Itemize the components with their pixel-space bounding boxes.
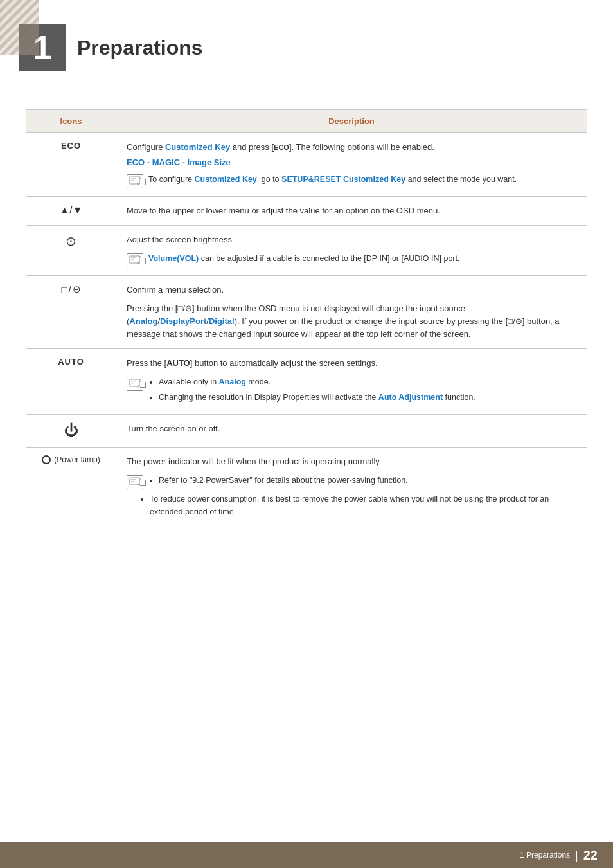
main-table: Icons Description ECO Configure Customiz… [26,109,587,529]
list-item: Changing the resolution in Display Prope… [159,392,475,404]
auto-note-bullets: Available only in Analog mode. Changing … [148,376,475,406]
col-header-description: Description [116,110,587,133]
desc-cell-brightness: Adjust the screen brightness. [116,226,587,276]
desc-cell-auto: Press the [AUTO] button to automatically… [116,348,587,414]
svg-rect-2 [0,0,39,55]
power-lamp-note-bullets: Refer to "9.2 PowerSaver" for details ab… [148,475,408,489]
svg-rect-5 [131,180,134,181]
customized-key-ref: Customized Key [165,142,230,152]
desc-cell-confirm: Confirm a menu selection. Pressing the [… [116,276,587,349]
power-lamp-description: The power indicator will be lit when the… [127,455,576,468]
confirm-icon: □/⊝ [37,284,105,295]
eco-magic-line: ECO - MAGIC - Image Size [127,158,576,167]
list-item: To reduce power consumption, it is best … [150,493,576,518]
note-icon [127,253,143,267]
arrow-description: Move to the upper or lower menu or adjus… [127,204,576,217]
power-lamp-icon: (Power lamp) [37,455,105,464]
brightness-icon: ⊙ [66,234,76,248]
table-row: AUTO Press the [AUTO] button to automati… [26,348,587,414]
list-item: Refer to "9.2 PowerSaver" for details ab… [159,475,408,487]
power-icon: ⏻ [64,422,78,439]
note-icon [127,377,143,391]
brightness-description: Adjust the screen brightness. [127,233,576,246]
icon-cell-confirm: □/⊝ [26,276,116,349]
svg-rect-16 [131,479,136,480]
table-row: □/⊝ Confirm a menu selection. Pressing t… [26,276,587,349]
chapter-title: Preparations [77,24,203,60]
table-row: ECO Configure Customized Key and press [… [26,133,587,197]
icon-cell-eco: ECO [26,133,116,197]
arrow-icon: ▲/▼ [59,204,82,215]
eco-note-box: To configure Customized Key, go to SETUP… [127,174,576,188]
footer: 1 Preparations | 22 [0,842,613,868]
eco-note-text: To configure Customized Key, go to SETUP… [148,174,517,186]
confirm-description-1: Confirm a menu selection. [127,284,576,296]
stripe-decoration [0,0,39,55]
list-item: Available only in Analog mode. [159,376,475,388]
svg-rect-12 [131,381,136,382]
confirm-description-2: Pressing the [□/⊝] button when the OSD m… [127,302,576,341]
desc-cell-eco: Configure Customized Key and press [ECO]… [116,133,587,197]
circle-icon [42,455,51,464]
svg-rect-17 [131,481,134,482]
svg-rect-4 [131,178,136,179]
footer-page-number: 22 [583,848,598,863]
chapter-block: 1 Preparations [0,12,613,77]
col-header-icons: Icons [26,110,116,133]
auto-description: Press the [AUTO] button to automatically… [127,357,576,370]
icon-cell-auto: AUTO [26,348,116,414]
table-row: (Power lamp) The power indicator will be… [26,447,587,529]
content-area: Icons Description ECO Configure Customiz… [0,109,613,555]
eco-icon: ECO [61,141,81,150]
table-row: ⊙ Adjust the screen brightness. [26,226,587,276]
auto-icon: AUTO [58,357,84,366]
eco-description: Configure Customized Key and press [ECO]… [127,141,576,154]
power-lamp-label: (Power lamp) [54,455,100,464]
power-lamp-note-box: Refer to "9.2 PowerSaver" for details ab… [127,475,576,489]
power-description: Turn the screen on or off. [127,422,576,435]
eco-key-ref: ECO [274,143,289,151]
table-row: ⏻ Turn the screen on or off. [26,414,587,447]
auto-note-box: Available only in Analog mode. Changing … [127,376,576,406]
desc-cell-power: Turn the screen on or off. [116,414,587,447]
footer-section-label: 1 Preparations [520,851,570,860]
desc-cell-arrow: Move to the upper or lower menu or adjus… [116,197,587,226]
brightness-note-box: Volume(VOL) can be adjusted if a cable i… [127,253,576,267]
note-icon [127,475,143,489]
note-icon [127,174,143,188]
svg-rect-9 [131,259,134,260]
icon-cell-power-lamp: (Power lamp) [26,447,116,529]
table-row: ▲/▼ Move to the upper or lower menu or a… [26,197,587,226]
icon-cell-arrow: ▲/▼ [26,197,116,226]
header-section: 1 Preparations [0,0,613,96]
brightness-note-text: Volume(VOL) can be adjusted if a cable i… [148,253,459,265]
power-lamp-extra-bullets: To reduce power consumption, it is best … [127,493,576,518]
icon-cell-power: ⏻ [26,414,116,447]
svg-rect-13 [131,383,134,384]
svg-rect-8 [131,257,136,258]
footer-divider: | [575,849,578,862]
desc-cell-power-lamp: The power indicator will be lit when the… [116,447,587,529]
icon-cell-brightness: ⊙ [26,226,116,276]
